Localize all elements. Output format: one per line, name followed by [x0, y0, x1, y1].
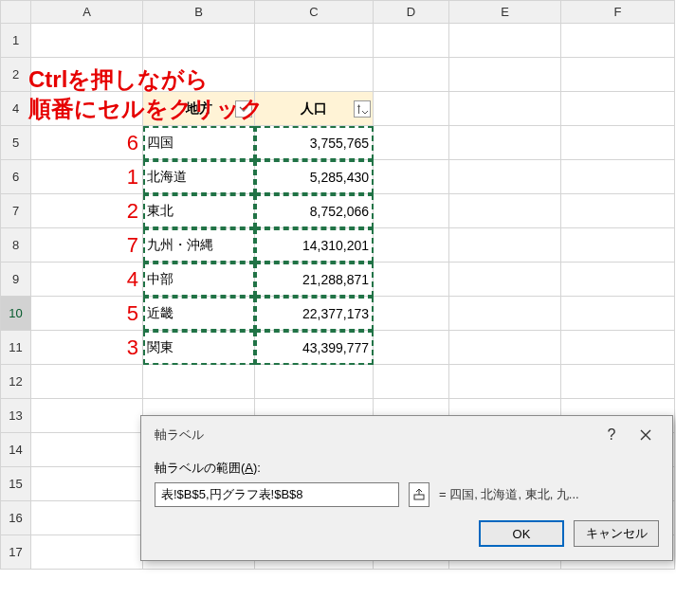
row-header[interactable]: 8	[1, 228, 31, 263]
col-header-C[interactable]: C	[255, 1, 374, 24]
cell-pop[interactable]: 22,377,173	[255, 297, 374, 331]
cell-pop[interactable]: 5,285,430	[255, 160, 374, 194]
header-pop-label: 人口	[301, 100, 327, 116]
cell-region[interactable]: 近畿	[143, 297, 255, 331]
dialog-title: 軸ラベル	[155, 426, 594, 444]
axis-label-dialog: 軸ラベル ? 軸ラベルの範囲(A): = 四国, 北海道, 東北, 九... O…	[140, 415, 673, 561]
cell-region[interactable]: 関東	[143, 331, 255, 365]
cell-region[interactable]: 北海道	[143, 160, 255, 194]
range-label: 軸ラベルの範囲(A):	[155, 460, 659, 477]
close-icon[interactable]	[629, 424, 663, 446]
row-header[interactable]: 7	[1, 194, 31, 228]
table-header-pop[interactable]: 人口	[255, 92, 374, 126]
cell-pop[interactable]: 8,752,066	[255, 194, 374, 228]
order-annotation: 4	[31, 263, 143, 297]
range-picker-icon[interactable]	[409, 482, 429, 507]
help-icon[interactable]: ?	[594, 424, 629, 446]
row-header[interactable]: 14	[1, 433, 31, 467]
order-annotation: 6	[31, 126, 143, 160]
cell-region[interactable]: 四国	[143, 126, 255, 160]
svg-rect-0	[414, 495, 424, 499]
col-header-D[interactable]: D	[374, 1, 449, 24]
row-header[interactable]: 2	[1, 58, 31, 92]
cell-region[interactable]: 東北	[143, 194, 255, 228]
instruction-overlay: Ctrlを押しながら順番にセルをクリック	[28, 64, 264, 123]
row-header[interactable]: 11	[1, 331, 31, 365]
cell-region[interactable]: 九州・沖縄	[143, 228, 255, 263]
ok-button[interactable]: OK	[479, 520, 564, 547]
range-input[interactable]	[155, 482, 399, 507]
order-annotation: 7	[31, 228, 143, 263]
row-header[interactable]: 16	[1, 501, 31, 535]
filter-sort-icon[interactable]	[354, 100, 371, 118]
select-all-corner[interactable]	[1, 1, 31, 24]
cell-region[interactable]: 中部	[143, 263, 255, 297]
col-header-F[interactable]: F	[561, 1, 675, 24]
row-header[interactable]: 5	[1, 126, 31, 160]
row-header[interactable]: 6	[1, 160, 31, 194]
cancel-button[interactable]: キャンセル	[574, 520, 659, 547]
col-header-E[interactable]: E	[449, 1, 561, 24]
row-header[interactable]: 13	[1, 399, 31, 433]
row-header[interactable]: 9	[1, 263, 31, 297]
order-annotation: 1	[31, 160, 143, 194]
range-preview: = 四国, 北海道, 東北, 九...	[439, 486, 579, 503]
col-header-B[interactable]: B	[143, 1, 255, 24]
order-annotation: 5	[31, 297, 143, 331]
row-header[interactable]: 10	[1, 297, 31, 331]
row-header[interactable]: 17	[1, 535, 31, 570]
cell-pop[interactable]: 3,755,765	[255, 126, 374, 160]
row-header[interactable]: 15	[1, 467, 31, 501]
cell-pop[interactable]: 43,399,777	[255, 331, 374, 365]
cell-pop[interactable]: 21,288,871	[255, 263, 374, 297]
order-annotation: 3	[31, 331, 143, 365]
order-annotation: 2	[31, 194, 143, 228]
row-header[interactable]: 1	[1, 24, 31, 58]
cell-pop[interactable]: 14,310,201	[255, 228, 374, 263]
row-header[interactable]: 12	[1, 365, 31, 399]
row-header[interactable]: 4	[1, 92, 31, 126]
col-header-A[interactable]: A	[31, 1, 143, 24]
